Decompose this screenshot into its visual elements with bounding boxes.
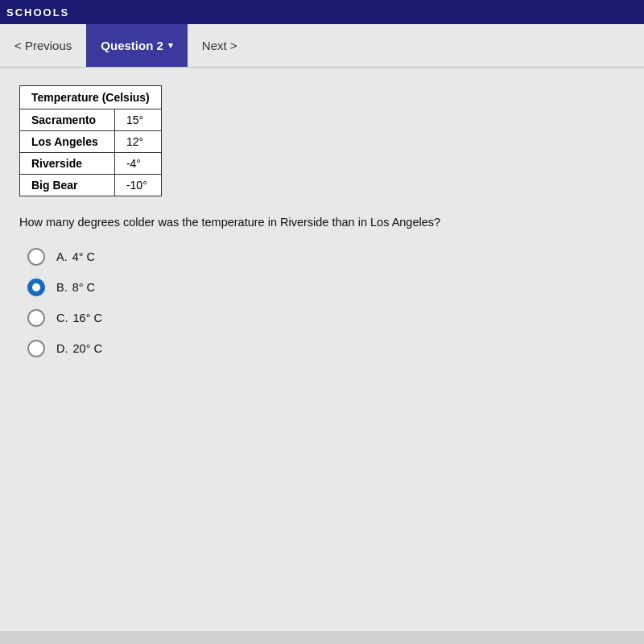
answer-label: C.16° C [56, 312, 102, 324]
question-selector[interactable]: Question 2 ▾ [86, 24, 188, 67]
content-area: Temperature (Celsius) Sacramento15°Los A… [0, 68, 644, 631]
answer-letter: A. [56, 250, 68, 263]
question-label: Question 2 [101, 39, 163, 52]
answer-option[interactable]: A.4° C [27, 248, 625, 266]
city-cell: Los Angeles [20, 131, 115, 153]
table-row: Riverside-4° [20, 153, 162, 175]
answer-option[interactable]: D.20° C [27, 340, 625, 357]
answer-label: D.20° C [56, 342, 102, 355]
top-bar: SCHOOLS [0, 0, 644, 24]
answer-option[interactable]: B.8° C [27, 279, 625, 296]
radio-button[interactable] [27, 248, 45, 266]
temp-cell: -10° [114, 175, 161, 196]
radio-button[interactable] [27, 340, 45, 357]
next-button[interactable]: Next > [188, 24, 252, 67]
temperature-table: Temperature (Celsius) Sacramento15°Los A… [19, 85, 162, 196]
schools-logo: SCHOOLS [6, 6, 69, 19]
temp-cell: 12° [114, 131, 161, 153]
table-row: Big Bear-10° [20, 175, 162, 196]
table-row: Sacramento15° [20, 109, 162, 131]
radio-button[interactable] [27, 279, 45, 296]
answer-options: A.4° CB.8° CC.16° CD.20° C [19, 248, 625, 357]
answer-label: B.8° C [56, 281, 95, 294]
navigation-bar: < Previous Question 2 ▾ Next > [0, 24, 644, 68]
city-cell: Riverside [20, 153, 115, 175]
table-header: Temperature (Celsius) [20, 86, 162, 109]
previous-button[interactable]: < Previous [0, 24, 86, 67]
question-text: How many degrees colder was the temperat… [19, 214, 625, 230]
answer-letter: C. [56, 312, 68, 324]
temp-cell: -4° [114, 153, 161, 175]
answer-letter: B. [56, 281, 68, 294]
temp-cell: 15° [114, 109, 161, 131]
table-row: Los Angeles12° [20, 131, 162, 153]
chevron-down-icon: ▾ [168, 40, 173, 51]
answer-letter: D. [56, 342, 68, 355]
answer-label: A.4° C [56, 250, 95, 263]
city-cell: Sacramento [20, 109, 115, 131]
answer-option[interactable]: C.16° C [27, 309, 625, 327]
radio-button[interactable] [27, 309, 45, 327]
city-cell: Big Bear [20, 175, 115, 196]
